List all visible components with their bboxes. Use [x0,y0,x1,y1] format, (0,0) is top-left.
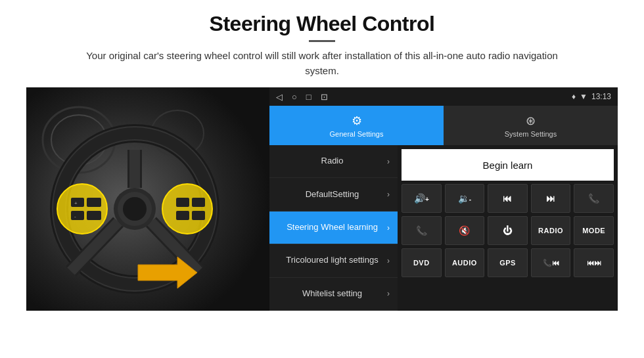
begin-learn-row: Begin learn [402,149,614,181]
next-track-button[interactable]: ⏭ [531,184,571,213]
tab-system-label: System Settings [505,130,557,138]
tabs-row: ⚙ General Settings ⊛ System Settings [269,106,618,145]
begin-learn-button[interactable]: Begin learn [402,149,614,181]
gps-label: GPS [499,259,516,267]
tab-general-settings[interactable]: ⚙ General Settings [269,106,444,145]
title-divider [309,40,335,42]
back-icon[interactable]: ◁ [276,92,283,102]
radio-button[interactable]: RADIO [531,216,571,245]
page-title: Steering Wheel Control [210,12,435,36]
tab-general-label: General Settings [330,130,384,138]
menu-item-tricoloured[interactable]: Tricoloured light settings › [269,244,398,277]
menu-item-radio[interactable]: Radio › [269,145,398,178]
head-unit: ◁ ○ □ ⊡ ♦ ▼ 13:13 ⚙ General Settings [269,87,618,311]
menu-whitelist-label: Whitelist setting [277,288,387,300]
recents-icon[interactable]: □ [306,92,311,102]
volume-up-icon: 🔊+ [414,193,429,204]
clock: 13:13 [591,92,611,101]
prev-track-icon: ⏮ [503,193,512,204]
car-image-container: + - [26,87,269,311]
control-row-2: 📞 🔇 ⏻ RADIO MODE [402,216,614,245]
menu-list: Radio › DefaultSetting › Steering Wheel … [269,145,398,311]
radio-label: RADIO [538,227,563,235]
chevron-icon: › [387,223,390,233]
tab-system-settings[interactable]: ⊛ System Settings [444,106,618,145]
status-bar-info: ♦ ▼ 13:13 [572,92,611,101]
menu-default-label: DefaultSetting [277,189,387,200]
svg-text:-: - [74,213,76,219]
svg-text:+: + [74,200,78,206]
menu-tricoloured-label: Tricoloured light settings [277,255,387,266]
call-button[interactable]: 📞 [574,184,614,213]
svg-rect-22 [87,211,101,220]
volume-down-button[interactable]: 🔉- [445,184,485,213]
audio-button[interactable]: AUDIO [445,248,485,277]
call-prev-icon: 📞⏮ [543,259,559,267]
svg-rect-24 [176,198,189,207]
menu-item-default[interactable]: DefaultSetting › [269,178,398,211]
svg-point-16 [57,184,107,234]
mode-label: MODE [582,227,605,235]
svg-rect-27 [192,211,205,220]
location-icon: ♦ [572,92,576,101]
mute-button[interactable]: 🔇 [445,216,485,245]
control-row-3: DVD AUDIO GPS 📞⏮ ⏮⏭ [402,248,614,277]
svg-point-9 [123,197,147,221]
chevron-icon: › [387,190,390,199]
menu-item-whitelist[interactable]: Whitelist setting › [269,278,398,311]
hangup-button[interactable]: 📞 [402,216,442,245]
main-area: Radio › DefaultSetting › Steering Wheel … [269,145,618,311]
volume-down-icon: 🔉- [458,193,471,204]
chevron-icon: › [387,157,390,166]
mode-button[interactable]: MODE [574,216,614,245]
call-prev-button[interactable]: 📞⏮ [531,248,571,277]
power-icon: ⏻ [503,225,512,236]
dvd-button[interactable]: DVD [402,248,442,277]
status-bar: ◁ ○ □ ⊡ ♦ ▼ 13:13 [269,87,618,106]
svg-rect-25 [176,211,189,220]
svg-rect-18 [71,211,84,220]
mute-icon: 🔇 [459,225,470,236]
gps-button[interactable]: GPS [488,248,528,277]
home-icon[interactable]: ○ [292,92,297,102]
svg-rect-21 [87,198,101,207]
page-container: Steering Wheel Control Your original car… [0,0,644,317]
prev-track-button[interactable]: ⏮ [488,184,528,213]
status-bar-nav-icons: ◁ ○ □ ⊡ [276,92,328,102]
phone-icon: 📞 [588,193,599,204]
menu-steering-label: Steering Wheel learning [277,222,387,233]
power-button[interactable]: ⏻ [488,216,528,245]
svg-point-23 [162,184,212,234]
next-track-icon: ⏭ [546,193,555,204]
audio-label: AUDIO [452,259,477,267]
chevron-icon: › [387,256,390,265]
volume-up-button[interactable]: 🔊+ [402,184,442,213]
control-panel: Begin learn 🔊+ 🔉- ⏮ [398,145,618,311]
dvd-label: DVD [413,259,430,267]
svg-rect-17 [71,198,84,207]
prev-next-button[interactable]: ⏮⏭ [574,248,614,277]
screenshot-icon[interactable]: ⊡ [321,92,328,102]
content-row: + - [26,87,618,311]
wifi-icon: ▼ [580,92,587,101]
control-row-1: 🔊+ 🔉- ⏮ ⏭ 📞 [402,184,614,213]
gear-icon: ⚙ [352,114,362,128]
hangup-icon: 📞 [416,225,427,236]
prev-next-icon: ⏮⏭ [587,259,601,267]
menu-radio-label: Radio [277,156,387,167]
page-subtitle: Your original car's steering wheel contr… [85,49,559,78]
svg-rect-26 [192,198,205,207]
system-icon: ⊛ [526,114,536,128]
car-steering-wheel-image: + - [26,87,269,311]
menu-item-steering[interactable]: Steering Wheel learning › [269,212,398,244]
chevron-icon: › [387,289,390,298]
